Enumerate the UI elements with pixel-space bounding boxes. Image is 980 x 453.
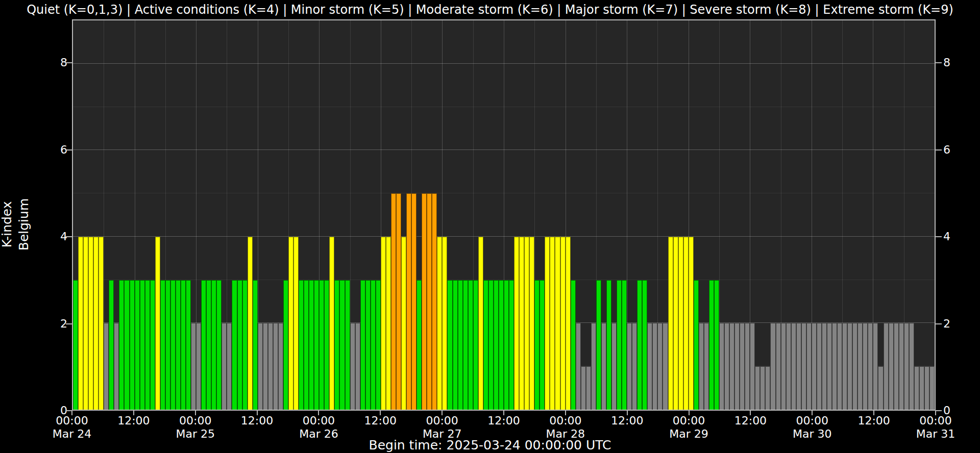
y-tick-mark (66, 323, 72, 324)
k-index-bar (904, 323, 909, 410)
k-index-bar (253, 280, 258, 410)
k-index-bar (852, 323, 857, 410)
y-tick-label-left: 4 (16, 231, 67, 242)
k-index-bar (422, 193, 427, 410)
k-index-bar (699, 323, 704, 410)
k-index-bar (345, 280, 350, 410)
k-index-bar (299, 280, 304, 410)
k-index-bar (201, 280, 206, 410)
k-index-bar (581, 366, 586, 410)
chart-title: Quiet (K=0,1,3) | Active conditions (K=4… (0, 3, 980, 17)
k-index-bar (99, 237, 104, 410)
k-index-bar (242, 280, 248, 410)
k-index-bar (314, 280, 319, 410)
k-index-bar (765, 366, 770, 410)
k-index-figure: Quiet (K=0,1,3) | Active conditions (K=4… (0, 0, 980, 453)
k-index-bar (263, 323, 268, 410)
k-index-bar (534, 280, 540, 410)
k-index-bar (319, 280, 324, 410)
k-index-bar (627, 323, 632, 410)
k-index-bar (427, 193, 432, 410)
k-index-bar (93, 237, 99, 410)
y-axis-title-line1: K-index (0, 133, 15, 316)
x-tick-label-time: 00:00 (919, 414, 951, 427)
k-index-bar (606, 280, 611, 410)
k-index-bar (704, 323, 709, 410)
k-index-bar (186, 280, 191, 410)
k-index-bar (237, 280, 242, 410)
k-index-bar (376, 280, 381, 410)
k-index-bar (760, 366, 765, 410)
k-index-bar (642, 280, 647, 410)
y-tick-label-right: 8 (943, 57, 980, 68)
k-index-bar (514, 237, 519, 410)
y-tick-mark (936, 149, 942, 150)
k-index-bar (222, 323, 227, 410)
k-index-bar (437, 237, 442, 410)
k-index-bar (770, 323, 775, 410)
k-index-bar (673, 237, 678, 410)
y-tick-mark (66, 236, 72, 237)
k-index-bar (401, 237, 406, 410)
k-index-bar (278, 323, 283, 410)
x-tick-label-time: 00:00 (549, 414, 581, 427)
k-index-bar (273, 323, 278, 410)
k-index-bar (365, 280, 371, 410)
k-index-bar (919, 366, 924, 410)
y-tick-mark (936, 323, 942, 324)
k-index-bar (268, 323, 273, 410)
k-index-bar (724, 323, 729, 410)
k-index-bar (776, 323, 781, 410)
k-index-bar (170, 280, 176, 410)
k-index-bar (786, 323, 791, 410)
k-index-bar (914, 366, 919, 410)
k-index-bar (894, 323, 899, 410)
k-index-bar (339, 280, 345, 410)
k-index-bar (909, 323, 914, 410)
k-index-bar (755, 366, 760, 410)
k-index-bar (447, 280, 452, 410)
k-index-bar (555, 237, 560, 410)
k-index-bar (140, 280, 145, 410)
y-tick-mark (936, 236, 942, 237)
k-index-bar (714, 280, 719, 410)
k-index-bar (130, 280, 135, 410)
k-index-bar (232, 280, 237, 410)
k-index-bar (924, 366, 929, 410)
k-index-bar (632, 323, 637, 410)
k-index-bar (617, 280, 622, 410)
k-index-bar (566, 237, 571, 410)
k-index-bar (135, 280, 140, 410)
y-tick-label-left: 8 (16, 57, 67, 68)
k-index-bar (458, 280, 463, 410)
k-index-bar (750, 323, 755, 410)
k-index-bar (350, 323, 355, 410)
k-index-bar (868, 323, 873, 410)
k-index-bar (160, 280, 165, 410)
k-index-bar (694, 280, 699, 410)
k-index-bar (391, 193, 396, 410)
k-index-bar (124, 280, 129, 410)
k-index-bar (540, 280, 545, 410)
k-index-bar (504, 280, 509, 410)
k-index-bar (657, 323, 663, 410)
k-index-bar (216, 280, 222, 410)
k-index-bar (371, 280, 376, 410)
k-index-bar (114, 323, 119, 410)
k-index-bar (150, 280, 155, 410)
k-index-bar (889, 323, 894, 410)
k-index-bar (601, 323, 606, 410)
k-index-bar (545, 237, 550, 410)
k-index-bar (647, 323, 652, 410)
k-index-bar (119, 280, 124, 410)
k-index-bar (473, 280, 478, 410)
k-index-bar (483, 280, 488, 410)
k-index-bar (355, 323, 360, 410)
y-tick-label-right: 4 (943, 231, 980, 242)
k-index-bar (899, 323, 904, 410)
k-index-bar (812, 323, 817, 410)
k-index-bar (304, 280, 309, 410)
k-index-bar (857, 323, 863, 410)
x-tick-label-time: 12:00 (734, 414, 767, 427)
y-tick-mark (66, 149, 72, 150)
